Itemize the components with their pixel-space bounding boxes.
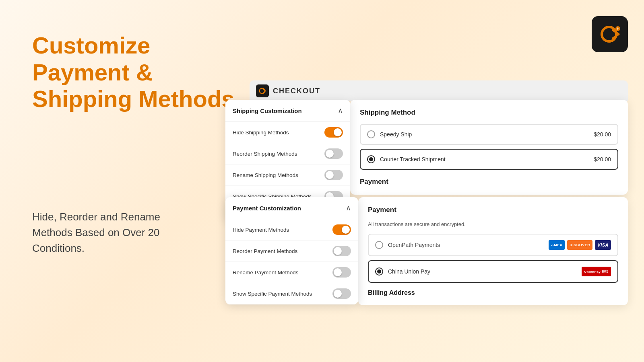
shipping-panel-header: Shipping Customization <box>225 100 350 122</box>
ui-area: CHECKOUT Shipping Customization Hide Shi… <box>225 80 628 362</box>
hide-shipping-toggle[interactable] <box>324 127 343 138</box>
speedy-ship-name: Speedy Ship <box>380 131 412 138</box>
show-specific-payment-label: Show Specific Payment Methods <box>233 291 312 297</box>
reorder-shipping-row: Reorder Shipping Methods <box>225 143 350 165</box>
payment-panel-header: Payment Customization <box>225 197 358 219</box>
openpath-logos: AMEX DISCOVER VISA <box>549 240 611 250</box>
visa-badge: VISA <box>595 240 611 250</box>
shipping-option-courier-left: Courier Tracked Shipment <box>367 155 446 163</box>
discover-badge: DISCOVER <box>567 240 592 250</box>
svg-text:+: + <box>617 27 619 31</box>
hide-payment-toggle[interactable] <box>332 224 351 235</box>
logo-icon: + <box>598 22 622 46</box>
shipping-panel-title: Shipping Customization <box>233 107 302 114</box>
reorder-shipping-toggle[interactable] <box>324 148 343 159</box>
unionpay-logos: UnionPay 银联 <box>582 267 611 276</box>
svg-point-3 <box>260 88 265 93</box>
reorder-payment-toggle[interactable] <box>332 246 351 256</box>
unionpay-left: China Union Pay <box>375 267 430 276</box>
hero-subtitle: Hide, Reorder and Rename Methods Based o… <box>32 209 193 256</box>
hide-shipping-row: Hide Shipping Methods <box>225 122 350 143</box>
shipping-panel-collapse-icon[interactable] <box>338 106 343 115</box>
rename-shipping-row: Rename Shipping Methods <box>225 165 350 186</box>
shipping-option-courier[interactable]: Courier Tracked Shipment $20.00 <box>360 149 618 170</box>
hide-shipping-label: Hide Shipping Methods <box>233 130 289 136</box>
courier-price: $20.00 <box>594 156 611 162</box>
shipping-method-title: Shipping Method <box>360 109 618 117</box>
openpath-name: OpenPath Payments <box>388 242 440 248</box>
speedy-ship-price: $20.00 <box>594 131 611 138</box>
shipping-option-speedy[interactable]: Speedy Ship $20.00 <box>360 124 618 145</box>
openpath-option[interactable]: OpenPath Payments AMEX DISCOVER VISA <box>368 234 618 256</box>
show-specific-payment-row: Show Specific Payment Methods <box>225 283 358 304</box>
shipping-method-panel: Shipping Method Speedy Ship $20.00 Couri… <box>350 100 628 195</box>
reorder-payment-label: Reorder Payment Methods <box>233 248 297 254</box>
app-logo: + <box>592 16 628 52</box>
unionpay-radio[interactable] <box>375 267 383 276</box>
checkout-bar-title: CHECKOUT <box>273 87 320 95</box>
payment-panel-collapse-icon[interactable] <box>346 204 351 212</box>
hide-payment-row: Hide Payment Methods <box>225 219 358 241</box>
unionpay-badge: UnionPay 银联 <box>582 267 611 276</box>
shipping-option-speedy-left: Speedy Ship <box>367 130 412 138</box>
payment-title: Payment <box>368 206 618 214</box>
payment-panel-title: Payment Customization <box>233 205 301 212</box>
hero-section: Customize Payment & Shipping Methods Hid… <box>32 32 242 256</box>
svg-point-0 <box>602 27 616 41</box>
reorder-shipping-label: Reorder Shipping Methods <box>233 151 297 157</box>
billing-address-title: Billing Address <box>368 289 618 296</box>
show-specific-payment-toggle[interactable] <box>332 288 351 299</box>
amex-badge: AMEX <box>549 240 565 250</box>
speedy-ship-radio[interactable] <box>367 130 375 138</box>
unionpay-option[interactable]: China Union Pay UnionPay 银联 <box>368 260 618 283</box>
hero-title: Customize Payment & Shipping Methods <box>32 32 242 113</box>
rename-payment-row: Rename Payment Methods <box>225 262 358 283</box>
courier-name: Courier Tracked Shipment <box>380 156 446 162</box>
rename-shipping-label: Rename Shipping Methods <box>233 172 298 178</box>
reorder-payment-row: Reorder Payment Methods <box>225 241 358 262</box>
unionpay-name: China Union Pay <box>388 268 430 275</box>
payment-method-panel: Payment All transactions are secure and … <box>358 197 628 305</box>
courier-radio[interactable] <box>367 155 375 163</box>
sm-payment-heading: Payment <box>360 178 618 186</box>
checkout-logo-icon <box>258 86 267 95</box>
openpath-left: OpenPath Payments <box>375 241 440 249</box>
checkout-logo <box>256 84 269 97</box>
rename-payment-toggle[interactable] <box>332 267 351 278</box>
hide-payment-label: Hide Payment Methods <box>233 227 289 233</box>
rename-payment-label: Rename Payment Methods <box>233 269 299 276</box>
payment-secure-text: All transactions are secure and encrypte… <box>368 221 618 227</box>
openpath-radio[interactable] <box>375 241 383 249</box>
payment-customization-panel: Payment Customization Hide Payment Metho… <box>225 197 358 304</box>
rename-shipping-toggle[interactable] <box>324 170 343 180</box>
checkout-bar: CHECKOUT <box>250 80 628 101</box>
